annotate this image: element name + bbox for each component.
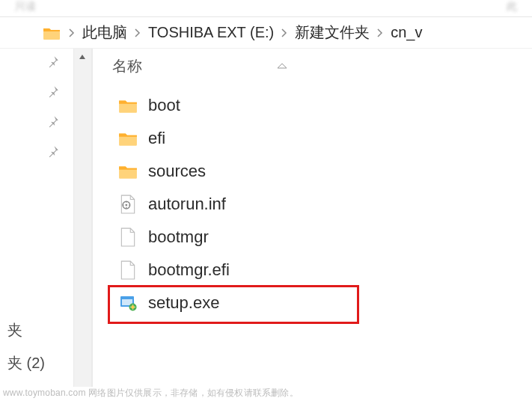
- nav-scrollbar[interactable]: [73, 49, 92, 387]
- breadcrumb-item[interactable]: TOSHIBA EXT (E:): [147, 24, 275, 41]
- file-row[interactable]: bootmgr: [112, 221, 532, 254]
- folder-icon: [118, 162, 138, 181]
- file-name-label: efi: [148, 129, 165, 148]
- pin-icon[interactable]: [0, 85, 73, 114]
- chevron-right-icon: [129, 28, 147, 37]
- breadcrumb-bar[interactable]: 此电脑 TOSHIBA EXT (E:) 新建文件夹 cn_v: [0, 17, 532, 49]
- file-name-label: sources: [148, 162, 206, 181]
- breadcrumb-item[interactable]: 此电脑: [81, 22, 129, 43]
- pin-icon[interactable]: [0, 114, 73, 144]
- navigation-pane: 夹 夹 (2): [0, 49, 93, 387]
- file-icon: [118, 227, 138, 247]
- file-name-label: boot: [148, 96, 180, 115]
- nav-folder-label[interactable]: 夹: [7, 313, 45, 346]
- top-cutoff-bar: 只读 此: [0, 0, 532, 17]
- exe-icon: [118, 293, 138, 313]
- pin-icon[interactable]: [0, 55, 73, 85]
- file-row[interactable]: boot: [112, 89, 532, 122]
- pin-icon[interactable]: [0, 144, 73, 174]
- inf-icon: [118, 195, 138, 214]
- folder-icon: [42, 25, 61, 40]
- column-header-row[interactable]: 名称: [112, 53, 532, 79]
- column-header-name[interactable]: 名称: [112, 56, 142, 76]
- nav-truncated-labels: 夹 夹 (2): [7, 313, 45, 379]
- nav-folder-label[interactable]: 夹 (2): [7, 346, 45, 379]
- file-row[interactable]: efi: [112, 122, 532, 155]
- file-name-label: bootmgr.efi: [148, 260, 230, 280]
- file-name-label: setup.exe: [148, 293, 219, 313]
- file-name-label: autorun.inf: [148, 195, 226, 214]
- file-name-label: bootmgr: [148, 227, 209, 247]
- file-list: bootefisourcesautorun.infbootmgrbootmgr.…: [112, 79, 532, 319]
- file-row[interactable]: sources: [112, 155, 532, 188]
- chevron-right-icon: [63, 28, 81, 37]
- file-row[interactable]: autorun.inf: [112, 188, 532, 221]
- file-row[interactable]: setup.exe: [112, 287, 532, 319]
- svg-point-1: [125, 204, 127, 206]
- sort-indicator-icon[interactable]: [142, 61, 287, 71]
- watermark-text: www.toymoban.com 网络图片仅供展示，非存储，如有侵权请联系删除。: [3, 387, 299, 400]
- breadcrumb-item[interactable]: 新建文件夹: [293, 22, 371, 43]
- chevron-right-icon: [371, 28, 389, 37]
- file-row[interactable]: bootmgr.efi: [112, 254, 532, 287]
- breadcrumb-item[interactable]: cn_v: [389, 24, 424, 41]
- chevron-right-icon: [275, 28, 293, 37]
- file-icon: [118, 260, 138, 280]
- file-list-area: 名称 bootefisourcesautorun.infbootmgrbootm…: [93, 49, 532, 387]
- folder-icon: [118, 129, 138, 148]
- scroll-up-icon[interactable]: [74, 52, 91, 62]
- folder-icon: [118, 96, 138, 115]
